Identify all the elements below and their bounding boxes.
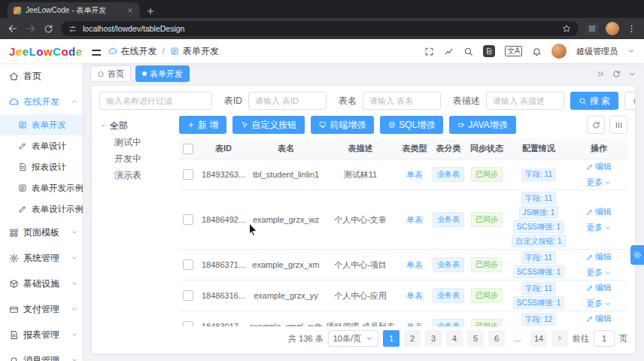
sidebar-item-home[interactable]: 首页 [0,63,83,89]
sidebar-item-form-design[interactable]: 表单设计 [0,135,83,156]
row-checkbox[interactable] [183,214,193,225]
col-actions[interactable]: 操作 [570,141,627,156]
table-desc-input[interactable] [486,92,564,110]
add-button[interactable]: 新 增 [179,116,226,134]
sidebar-item-form-design-examples[interactable]: 表单设计示例 [0,199,83,220]
col-table-type[interactable]: 表类型 [399,141,430,156]
user-menu-chevron-icon[interactable] [627,47,635,55]
tree-node-testing[interactable]: 测试中 [99,134,175,150]
sidebar-item-infrastructure[interactable]: 基础设施 [0,271,83,296]
column-settings-button[interactable] [609,116,627,134]
row-checkbox[interactable] [183,321,193,326]
chart-icon[interactable] [444,47,454,56]
browser-tab[interactable]: JeeLowCode - 表单开发 [8,2,140,18]
hamburger-icon[interactable] [90,46,101,56]
page-ellipsis[interactable]: ... [509,330,526,347]
tune-icon[interactable] [68,25,77,33]
more-link[interactable]: 更多 [586,222,612,233]
page-5[interactable]: 5 [467,330,484,347]
sidebar-item-report-mgmt[interactable]: 报表管理 [0,322,83,347]
edit-link[interactable]: 编辑 [586,206,612,217]
more-link[interactable]: 更多 [586,298,612,309]
col-table-name[interactable]: 表名 [250,141,322,156]
page-size-select[interactable]: 10条/页 [328,330,378,347]
tab-options-icon[interactable] [628,70,636,78]
col-sync-status[interactable]: 同步状态 [466,141,507,156]
goto-page-input[interactable] [594,330,615,347]
reload-icon[interactable] [44,24,53,34]
search-icon[interactable] [463,47,473,56]
sql-enhance-button[interactable]: SQL增强 [380,116,443,134]
page-1[interactable]: 1 [383,330,399,347]
page-3[interactable]: 3 [425,330,442,347]
page-6[interactable]: 6 [488,330,505,347]
col-table-desc[interactable]: 表描述 [322,141,399,156]
table-row[interactable]: 18486492... example_grzx_wz 个人中心-文章 单表 业… [179,190,627,250]
tab-close-icon[interactable] [126,7,134,14]
table-name-input[interactable] [363,92,441,110]
extension-icon[interactable] [586,23,598,35]
breadcrumb-online-dev[interactable]: 在线开发 [121,45,157,58]
address-bar[interactable]: localhost/lowdev/tableDesign [61,21,579,36]
col-config[interactable]: 配置情况 [507,141,570,156]
theme-settings-button[interactable] [630,245,644,265]
forward-icon[interactable] [26,23,36,34]
username[interactable]: 超级管理员 [576,46,618,57]
tab-form-dev[interactable]: 表单开发 [135,65,190,82]
page-14[interactable]: 14 [530,330,547,347]
table-row[interactable]: 18483017... example_xmgl_cylb 项目管理-成员列表 … [179,311,627,326]
sidebar-item-form-dev[interactable]: 表单开发 [0,114,83,135]
back-icon[interactable] [8,23,18,34]
next-page-button[interactable] [551,330,568,347]
tree-node-all[interactable]: 全部 [99,117,175,134]
docs-icon[interactable] [483,45,495,57]
refresh-tab-icon[interactable] [612,70,621,78]
more-link[interactable]: 更多 [586,267,612,278]
sidebar-item-online-dev[interactable]: 在线开发 [0,89,83,114]
select-all-checkbox[interactable] [183,144,193,154]
edit-link[interactable]: 编辑 [586,251,612,262]
more-link[interactable]: 更多 [586,177,612,188]
row-checkbox[interactable] [183,259,193,270]
page-4[interactable]: 4 [446,330,463,347]
breadcrumb-form-dev[interactable]: 表单开发 [183,45,219,58]
tree-node-demo[interactable]: 演示表 [99,167,175,184]
col-table-id[interactable]: 表ID [197,141,250,156]
refresh-table-button[interactable] [587,116,605,134]
col-category[interactable]: 表分类 [430,141,466,156]
edit-link[interactable]: 编辑 [586,313,612,324]
edit-link[interactable]: 编辑 [586,161,612,172]
bookmark-star-icon[interactable] [562,24,571,33]
clear-button[interactable]: 清 空 [624,92,635,110]
browser-menu-icon[interactable] [627,24,636,34]
sidebar-item-page-templates[interactable]: 页面模板 [0,220,83,245]
search-button[interactable]: 搜 索 [570,92,618,110]
table-id-input[interactable] [248,92,327,110]
java-enhance-button[interactable]: JAVA增强 [449,116,515,134]
sidebar-item-system-mgmt[interactable]: 系统管理 [0,245,83,271]
table-row[interactable]: 18493263... tbl_student_linlin1 测试林11 单表… [179,159,627,190]
bell-icon[interactable] [532,47,542,56]
new-tab-icon[interactable] [146,7,155,16]
scroll-right-icon[interactable] [597,70,605,78]
sidebar-item-payment-mgmt[interactable]: 支付管理 [0,296,83,322]
row-checkbox[interactable] [183,169,193,180]
browser-profile-avatar[interactable] [606,22,619,35]
frontend-enhance-button[interactable]: 前端增强 [311,116,374,134]
row-checkbox[interactable] [183,290,193,301]
tree-filter-input[interactable] [99,92,212,110]
translate-icon[interactable]: 文A [505,46,522,56]
sidebar-item-message-mgmt[interactable]: 消息管理 [0,347,83,361]
fullscreen-icon[interactable] [424,47,434,56]
custom-button-button[interactable]: 自定义按钮 [232,116,305,134]
table-row[interactable]: 18486316... example_grzx_yy 个人中心-应用 单表 业… [179,281,627,311]
edit-link[interactable]: 编辑 [586,282,612,293]
avatar[interactable] [551,44,567,59]
caret-down-icon[interactable] [99,122,107,129]
sidebar-item-form-dev-examples[interactable]: 表单开发示例 [0,177,83,199]
tab-home[interactable]: 首页 [90,65,131,82]
page-2[interactable]: 2 [404,330,421,347]
sidebar-item-report-design[interactable]: 报表设计 [0,156,83,177]
table-row[interactable]: 18486371... example_grzx_xm 个人中心-项目 单表 业… [179,250,627,281]
tree-node-developing[interactable]: 开发中 [99,150,175,167]
